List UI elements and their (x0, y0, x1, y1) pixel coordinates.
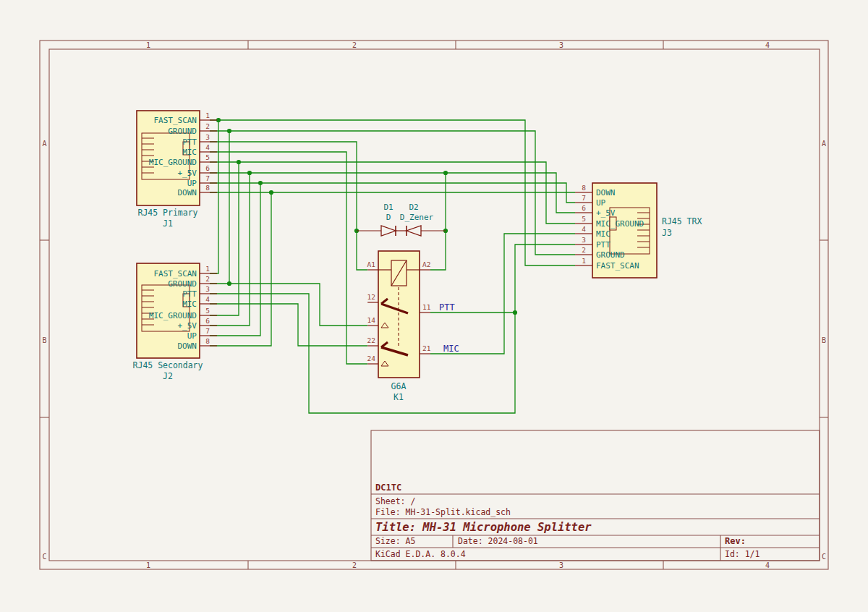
pin-name: UP (596, 198, 606, 208)
pin-name: GROUND (168, 279, 197, 289)
pin-name: UP (187, 179, 197, 188)
tool-version: KiCad E.D.A. 8.0.4 (375, 549, 466, 559)
pin-number: 6 (582, 204, 586, 212)
pin-number: 1 (205, 265, 210, 273)
frame-column-label: 1 (146, 561, 150, 569)
pin-number: A1 (367, 260, 376, 268)
frame-row-label: A (42, 140, 46, 148)
pin-number: 8 (205, 184, 210, 192)
pin-name: MIC (182, 299, 197, 309)
frame-column-label: 4 (765, 41, 770, 49)
pin-number: 12 (367, 293, 375, 301)
pin-name: MIC (182, 148, 197, 157)
pin-number: 21 (422, 344, 431, 352)
pin-name: FAST_SCAN (153, 269, 197, 279)
pin-name: FAST_SCAN (596, 261, 639, 271)
junction-dot[interactable] (258, 181, 263, 185)
frame-row-label: A (822, 140, 826, 148)
pin-name: UP (187, 331, 197, 341)
value-label[interactable]: RJ45 TRX (662, 216, 702, 226)
pin-number: 4 (205, 143, 210, 151)
junction-dot[interactable] (513, 310, 517, 315)
pin-number: 2 (205, 122, 210, 130)
pin-number: 8 (205, 337, 210, 345)
junction-dot[interactable] (237, 160, 241, 164)
pin-number: 6 (205, 164, 210, 172)
net-label-ptt[interactable]: PTT (439, 302, 455, 313)
reference-label[interactable]: J2 (163, 371, 173, 381)
pin-number: 2 (205, 275, 210, 283)
pin-number: 4 (205, 295, 210, 303)
reference-label[interactable]: J3 (662, 228, 672, 238)
pin-number: 7 (205, 174, 210, 182)
pin-number: 7 (582, 194, 586, 202)
revision-label: Rev: (725, 536, 746, 546)
pin-name: +_5V (178, 169, 197, 178)
pin-name: PTT (596, 240, 610, 250)
frame-column-label: 3 (559, 561, 563, 569)
diode-label[interactable]: D2 (409, 203, 418, 212)
pin-name: MIC_GROUND (149, 311, 197, 320)
pin-name: +_5V (596, 208, 616, 218)
junction-dot[interactable] (227, 129, 231, 133)
diode-label[interactable]: D1 (383, 203, 393, 212)
pin-number: 2 (582, 246, 586, 254)
pin-name: GROUND (168, 127, 197, 136)
pin-number: 5 (205, 307, 210, 315)
pin-name: FAST_SCAN (153, 116, 197, 125)
net-label-mic[interactable]: MIC (443, 344, 459, 354)
pin-name: +_5V (178, 321, 197, 331)
pin-number: 1 (205, 111, 210, 119)
pin-number: 4 (582, 225, 586, 233)
junction-dot[interactable] (247, 171, 252, 175)
frame-row-label: C (42, 553, 46, 561)
value-label[interactable]: G6A (391, 381, 407, 391)
value-label[interactable]: RJ45 Secondary (133, 360, 203, 370)
pin-name: MIC_GROUND (149, 158, 197, 167)
junction-dot[interactable] (269, 190, 273, 195)
pin-name: MIC (596, 229, 610, 239)
pin-number: 1 (582, 257, 586, 265)
junction-dot[interactable] (227, 281, 231, 286)
frame-column-label: 1 (146, 41, 150, 49)
frame-row-label: C (822, 553, 826, 561)
pin-number: 6 (205, 317, 210, 325)
junction-dot[interactable] (443, 171, 448, 175)
sheet-path: Sheet: / (375, 496, 415, 506)
frame-column-label: 2 (352, 41, 357, 49)
pin-name: PTT (182, 289, 197, 299)
frame-column-label: 2 (352, 561, 357, 569)
diode-label[interactable]: D (386, 213, 391, 222)
frame-column-label: 4 (765, 561, 770, 569)
schematic-sheet: 11223344AABBCC DC1TC Sheet: / File: MH-3… (0, 0, 868, 612)
pin-number: 14 (367, 316, 376, 324)
frame-row-label: B (42, 336, 46, 344)
frame-column-label: 3 (559, 41, 563, 49)
file-name: File: MH-31-Split.kicad_sch (375, 507, 511, 517)
pin-number: 3 (205, 285, 210, 293)
company-name: DC1TC (375, 483, 401, 493)
sheet-title: Title: MH-31 Microphone Splitter (375, 521, 592, 534)
pin-number: 24 (367, 354, 376, 362)
pin-number: 8 (582, 184, 586, 192)
pin-number: 5 (582, 215, 586, 223)
pin-name: GROUND (596, 250, 625, 260)
pin-name: MIC_GROUND (596, 219, 644, 229)
reference-label[interactable]: J1 (163, 218, 173, 229)
pin-number: 11 (422, 303, 431, 311)
pin-number: 3 (582, 236, 586, 244)
paper-size: Size: A5 (375, 536, 415, 546)
pin-name: PTT (182, 137, 197, 147)
pin-name: DOWN (178, 341, 197, 351)
pin-number: 5 (205, 153, 210, 161)
reference-label[interactable]: K1 (393, 392, 404, 402)
diode-label[interactable]: D_Zener (400, 213, 434, 222)
pin-number: 22 (367, 336, 375, 344)
sheet-id: Id: 1/1 (725, 549, 760, 559)
sheet-date: Date: 2024-08-01 (458, 536, 538, 546)
pin-name: DOWN (596, 188, 616, 197)
pin-name: DOWN (178, 188, 197, 197)
pin-number: 3 (205, 133, 210, 141)
pin-number: 7 (205, 327, 210, 335)
value-label[interactable]: RJ45 Primary (137, 208, 197, 218)
